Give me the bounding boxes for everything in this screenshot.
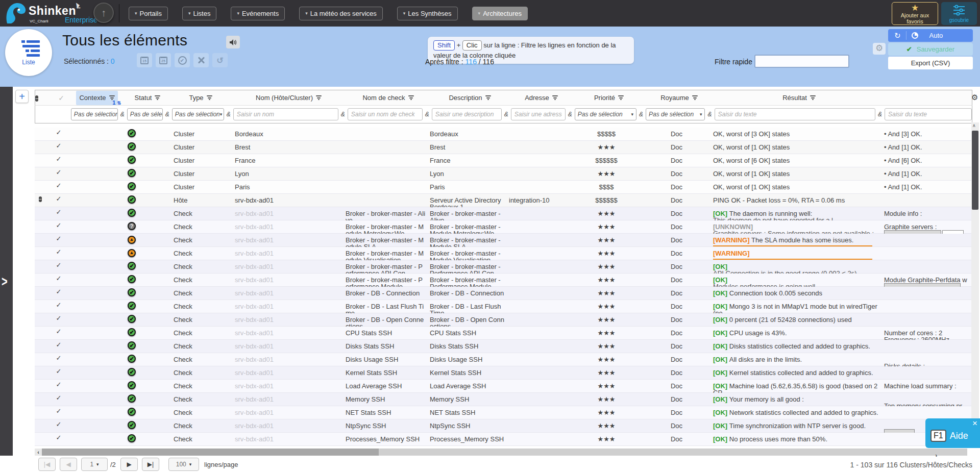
first-page-button[interactable]: |◀ [38,458,56,471]
table-row-lyon[interactable]: ✓✔ClusterLyonLyon★★★DocOK, worst of [1 O… [35,167,972,181]
filter-funnel-icon[interactable] [316,95,322,101]
column-header-nom-de-check[interactable]: Nom de check [346,90,430,105]
row-select-cell[interactable]: ✓ [53,154,68,167]
row-select-cell[interactable]: ✓ [53,380,68,393]
table-row-broker-broker-master-alive[interactable]: ✓✔Checksrv-bdx-ad01Broker - broker-maste… [35,207,972,220]
table-row-processes-memory-ssh[interactable]: ✓✔Checksrv-bdx-ad01Processes_Memory SSHP… [35,433,972,446]
quick-filter-input[interactable] [754,55,849,68]
filter-funnel-icon[interactable] [552,95,558,101]
filter-select-contexte[interactable]: Pas de sélection▾ [71,108,118,120]
filter-input-resultat[interactable] [715,108,875,120]
nav-menu-listes[interactable]: ▾Listes [182,7,217,20]
row-select-cell[interactable]: ✓ [53,287,68,300]
user-menu-button[interactable]: gsoubrie [941,2,977,25]
table-row-ntpsync-ssh[interactable]: ✓✔Checksrv-bdx-ad01NtpSync SSHNtpSync SS… [35,419,972,433]
horizontal-scroll-thumb[interactable] [42,449,379,456]
column-header-re-sultat[interactable]: Résultat [714,90,885,105]
select-all-header-cell[interactable]: ✓ [54,94,69,102]
view-type-badge[interactable]: Liste [5,29,52,76]
table-row-broker-db-open-connections[interactable]: ✓✔Checksrv-bdx-ad01Broker - DB - Open Co… [35,313,972,327]
table-row-broker-broker-master-performance-module[interactable]: ✓✔Checksrv-bdx-ad01Broker - broker-maste… [35,273,972,287]
table-row-cpu-stats-ssh[interactable]: ✓✔Checksrv-bdx-ad01CPU Stats SSHCPU Stat… [35,327,972,340]
column-settings-gear-icon[interactable]: ⚙ [971,93,978,102]
row-select-cell[interactable]: ✓ [53,406,68,419]
row-select-cell[interactable]: ✓ [53,393,68,406]
expand-panel-button[interactable]: > [2,273,8,289]
row-select-cell[interactable]: ✓ [53,194,68,207]
row-select-cell[interactable]: ✓ [53,340,68,353]
table-row-broker-db-last-flush-time[interactable]: ✓✔Checksrv-bdx-ad01Broker - DB - Last Fl… [35,300,972,313]
column-header-adresse[interactable]: Adresse [509,90,573,105]
recheck-button[interactable] [193,53,209,67]
nav-menu-la-me-te-o-des-services[interactable]: ▾La météo des services [299,7,383,20]
reset-button[interactable]: ↺ [212,53,228,67]
table-row-broker-broker-master-module-visualisation[interactable]: ✓▲Checksrv-bdx-ad01Broker - broker-maste… [35,247,972,260]
column-header-nom-ho-te-cluster[interactable]: Nom (Hôte/Cluster) [231,90,346,105]
filter-select-royaume[interactable]: Pas de sélection▾ [646,108,705,120]
close-icon[interactable]: × [972,418,977,429]
view-settings-button[interactable]: ⚙ [873,43,886,55]
nav-menu-architectures[interactable]: ▾Architectures [472,7,528,20]
page-select[interactable]: 1▾ [81,458,108,471]
scroll-left-icon[interactable]: ‹ [35,449,42,456]
table-row-broker-broker-master-module-metrology-we[interactable]: ✓?Checksrv-bdx-ad01Broker - broker-maste… [35,220,972,234]
collapse-row-icon[interactable]: − [39,196,42,202]
row-select-cell[interactable]: ✓ [53,181,68,194]
row-select-cell[interactable]: ✓ [53,220,68,234]
horizontal-scrollbar[interactable]: ‹ [35,449,967,456]
row-select-cell[interactable]: ✓ [53,207,68,220]
page-size-select[interactable]: 100▾ [168,458,199,471]
row-select-cell[interactable]: ✓ [53,419,68,433]
filter-funnel-icon[interactable] [692,95,698,101]
row-select-cell[interactable]: ✓ [53,141,68,154]
filter-funnel-icon[interactable] [207,95,212,101]
column-header-priorite[interactable]: Priorité [573,90,645,105]
row-select-cell[interactable]: ✓ [53,366,68,380]
vertical-scrollbar[interactable]: ∧ [971,122,979,448]
row-select-cell[interactable]: ✓ [53,433,68,446]
column-header-contexte[interactable]: Contexte1 ⇅ [69,90,125,105]
filter-select-statut[interactable]: Pas de sélection▾ [127,108,163,120]
row-select-cell[interactable]: ✓ [53,273,68,287]
table-row-kernel-stats-ssh[interactable]: ✓✔Checksrv-bdx-ad01Kernel Stats SSHKerne… [35,366,972,380]
filter-funnel-icon[interactable] [485,95,491,101]
help-label[interactable]: Aide [950,431,968,441]
filter-input-adresse[interactable] [511,108,566,120]
scroll-top-button[interactable]: ↑ [93,3,114,23]
row-select-cell[interactable]: ✓ [53,327,68,340]
select-mode-header-cell[interactable]: − [35,93,54,103]
table-row-paris[interactable]: ✓✔ClusterParisParis$$$$DocOK, worst of [… [35,181,972,194]
filter-input-description[interactable] [432,108,502,120]
table-row-broker-broker-master-module-sla[interactable]: ✓▲Checksrv-bdx-ad01Broker - broker-maste… [35,234,972,247]
row-select-cell[interactable]: ✓ [53,247,68,260]
sound-toggle-button[interactable] [226,36,240,48]
filter-input-detail[interactable] [885,108,972,120]
table-row-memory-ssh[interactable]: ✓✔Checksrv-bdx-ad01Memory SSHMemory SSH★… [35,393,972,406]
table-row-disks-stats-ssh[interactable]: ✓✔Checksrv-bdx-ad01Disks Stats SSHDisks … [35,340,972,353]
table-row-broker-broker-master-performance-api-con[interactable]: ✓✔Checksrv-bdx-ad01Broker - broker-maste… [35,260,972,273]
table-row-brest[interactable]: ✓✔ClusterBrestBrest★★★DocOK, worst of [1… [35,141,972,154]
scroll-up-icon[interactable]: ∧ [972,123,976,128]
table-row-disks-usage-ssh[interactable]: ✓✔Checksrv-bdx-ad01Disks Usage SSHDisks … [35,353,972,366]
auto-refresh-button[interactable]: ↻ Auto [888,29,973,42]
filter-funnel-icon[interactable] [155,95,160,101]
column-header-type[interactable]: Type [170,90,231,105]
row-select-cell[interactable]: ✓ [53,353,68,366]
table-row-net-stats-ssh[interactable]: ✓✔Checksrv-bdx-ad01NET Stats SSHNET Stat… [35,406,972,419]
row-select-cell[interactable]: ✓ [53,313,68,327]
nav-menu-eve-nements[interactable]: ▾Evénements [231,7,285,20]
acknowledge-button[interactable]: ✔ [175,53,190,67]
table-row-bordeaux[interactable]: ✓✔ClusterBordeauxBordeaux$$$$$DocOK, wor… [35,128,972,141]
filter-input-nom[interactable] [233,108,338,120]
filter-input-nom-de-check[interactable] [348,108,423,120]
column-header-statut[interactable]: Statut [125,90,170,105]
schedule-downtime-button[interactable]: 15 [137,53,152,67]
cancel-downtime-button[interactable]: 25 [156,53,171,67]
add-to-favorites-button[interactable]: ★ Ajouter aux favoris [892,2,938,25]
column-header-description[interactable]: Description [430,90,509,105]
add-element-button[interactable]: + [15,90,29,103]
column-header-royaume[interactable]: Royaume [645,90,714,105]
previous-page-button[interactable]: ◀ [60,458,77,471]
filter-funnel-icon[interactable] [408,95,414,101]
row-select-cell[interactable]: ✓ [53,167,68,181]
